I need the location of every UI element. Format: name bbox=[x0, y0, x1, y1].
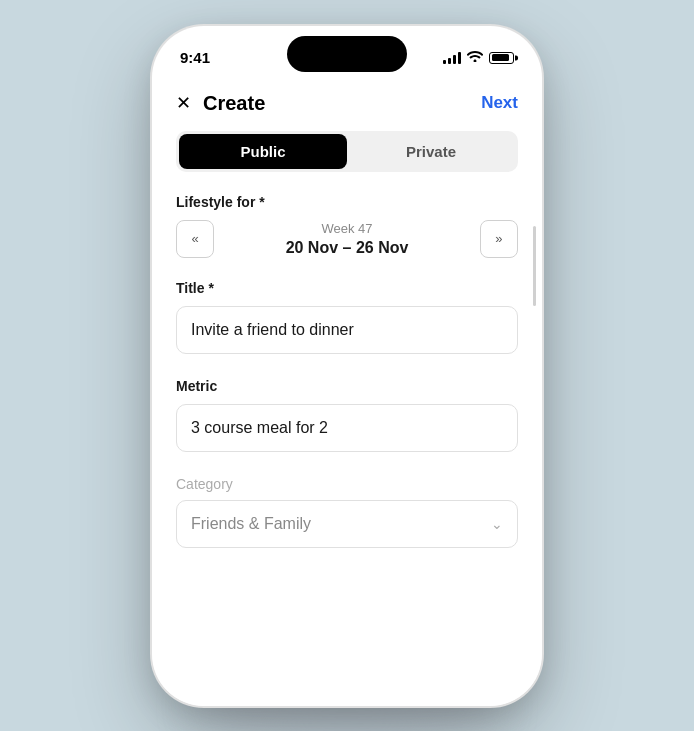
week-navigator: « Week 47 20 Nov – 26 Nov » bbox=[176, 220, 518, 258]
lifestyle-section: Lifestyle for « Week 47 20 Nov – 26 Nov … bbox=[176, 194, 518, 258]
title-label: Title bbox=[176, 280, 518, 296]
category-value: Friends & Family bbox=[191, 515, 311, 533]
scroll-indicator bbox=[533, 226, 536, 306]
title-input[interactable] bbox=[176, 306, 518, 354]
header: ✕ Create Next bbox=[176, 76, 518, 131]
week-label: Week 47 bbox=[286, 221, 409, 236]
bottom-fade bbox=[152, 606, 542, 706]
category-label: Category bbox=[176, 476, 518, 492]
dynamic-island bbox=[287, 36, 407, 72]
status-time: 9:41 bbox=[180, 49, 210, 66]
week-dates: 20 Nov – 26 Nov bbox=[286, 239, 409, 257]
metric-input[interactable] bbox=[176, 404, 518, 452]
metric-section: Metric bbox=[176, 378, 518, 472]
app-content: ✕ Create Next Public Private Lifestyle f… bbox=[152, 76, 542, 552]
signal-icon bbox=[443, 52, 461, 64]
public-option[interactable]: Public bbox=[179, 134, 347, 169]
category-dropdown[interactable]: Friends & Family ⌄ bbox=[176, 500, 518, 548]
next-button[interactable]: Next bbox=[481, 93, 518, 113]
category-section: Category Friends & Family ⌄ bbox=[176, 476, 518, 548]
wifi-icon bbox=[467, 50, 483, 65]
title-section: Title bbox=[176, 280, 518, 374]
next-week-button[interactable]: » bbox=[480, 220, 518, 258]
metric-label: Metric bbox=[176, 378, 518, 394]
week-info: Week 47 20 Nov – 26 Nov bbox=[286, 221, 409, 257]
prev-week-button[interactable]: « bbox=[176, 220, 214, 258]
private-option[interactable]: Private bbox=[347, 134, 515, 169]
status-icons bbox=[443, 50, 514, 65]
visibility-toggle: Public Private bbox=[176, 131, 518, 172]
lifestyle-label: Lifestyle for bbox=[176, 194, 518, 210]
phone-frame: 9:41 ✕ Create bbox=[152, 26, 542, 706]
battery-icon bbox=[489, 52, 514, 64]
page-title: Create bbox=[203, 92, 265, 115]
chevron-down-icon: ⌄ bbox=[491, 516, 503, 532]
close-button[interactable]: ✕ bbox=[176, 94, 191, 112]
header-left: ✕ Create bbox=[176, 92, 265, 115]
